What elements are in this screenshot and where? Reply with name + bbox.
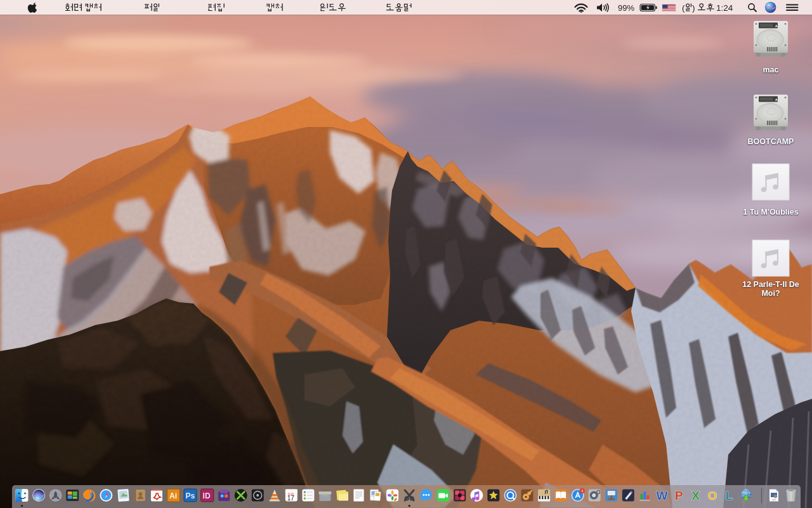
svg-text:(: ( [682, 3, 685, 13]
svg-text:X: X [691, 489, 700, 502]
svg-text:mp3: mp3 [772, 498, 776, 501]
svg-text:4: 4 [581, 489, 583, 493]
svg-text:W: W [656, 489, 667, 502]
svg-text:O: O [708, 489, 717, 502]
svg-text:17: 17 [287, 495, 295, 502]
svg-text:Ps: Ps [186, 491, 195, 500]
svg-text:Ai: Ai [169, 491, 177, 500]
svg-text:ID: ID [203, 491, 211, 500]
svg-text:): ) [692, 3, 695, 13]
svg-text:99%: 99% [618, 3, 634, 13]
svg-text:1:24: 1:24 [716, 3, 733, 13]
svg-text:L: L [726, 489, 733, 502]
svg-text:P: P [675, 489, 683, 502]
